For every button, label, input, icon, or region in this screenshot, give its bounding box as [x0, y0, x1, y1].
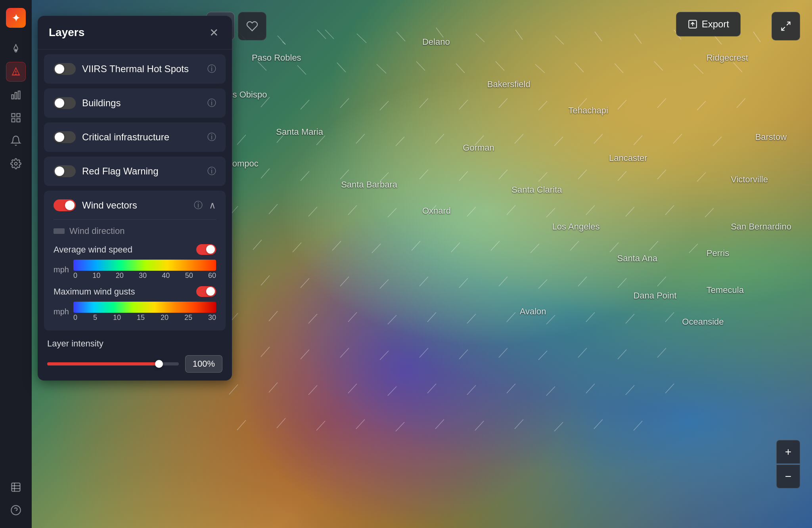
zoom-out-button[interactable]: −	[776, 465, 800, 488]
wind-vectors-section: Wind vectors ⓘ ∧ Wind direction Average …	[44, 191, 226, 331]
avg-wind-color-bar	[73, 260, 216, 271]
max-wind-gusts-section: Maximum wind gusts mph 0 5 10 1	[54, 286, 216, 322]
zoom-in-button[interactable]: +	[776, 440, 800, 464]
layers-panel: Layers ✕ VIIRS Thermal Hot Spots ⓘ Build…	[38, 16, 232, 381]
red-flag-toggle[interactable]	[54, 165, 76, 177]
svg-rect-160	[17, 114, 20, 117]
svg-rect-157	[15, 92, 17, 99]
red-flag-label: Red Flag Warning	[82, 166, 201, 177]
max-gusts-scale-wrapper: mph 0 5 10 15 20 25 30	[54, 302, 216, 322]
max-gusts-label: Maximum wind gusts	[54, 287, 135, 297]
svg-point-163	[15, 163, 17, 165]
wind-vectors-expanded-content: Wind direction Average wind speed mph	[54, 219, 216, 322]
wind-vectors-toggle[interactable]	[54, 199, 76, 211]
viirs-info-icon[interactable]: ⓘ	[207, 63, 216, 75]
svg-line-173	[787, 22, 790, 25]
layer-item-red-flag: Red Flag Warning ⓘ	[44, 157, 226, 186]
panel-title: Layers	[49, 26, 84, 39]
wind-direction-icon	[54, 228, 65, 234]
max-gusts-scale-numbers: 0 5 10 15 20 25 30	[73, 314, 216, 322]
avg-wind-scale-wrapper: mph 0 10 20 30 40 50 60	[54, 260, 216, 280]
export-button[interactable]: Export	[676, 12, 741, 36]
fullscreen-button[interactable]	[772, 12, 800, 40]
wind-vectors-label: Wind vectors	[82, 200, 188, 211]
viirs-toggle[interactable]	[54, 63, 76, 75]
wind-direction-row: Wind direction	[54, 226, 216, 236]
avg-wind-speed-toggle[interactable]	[196, 244, 216, 255]
avg-wind-unit: mph	[54, 265, 69, 274]
svg-rect-159	[12, 114, 15, 117]
intensity-slider[interactable]	[47, 362, 179, 365]
app-logo[interactable]: ✦	[6, 8, 26, 28]
svg-line-174	[782, 27, 785, 30]
layer-intensity-section: Layer intensity 100%	[44, 339, 226, 373]
svg-point-168	[11, 505, 20, 515]
max-gusts-unit: mph	[54, 307, 69, 316]
svg-rect-162	[17, 119, 20, 122]
sidebar-item-notifications[interactable]	[6, 131, 26, 151]
sidebar-item-table[interactable]	[6, 477, 26, 497]
svg-rect-158	[18, 91, 20, 99]
sidebar-item-settings[interactable]	[6, 154, 26, 174]
sidebar-item-analytics[interactable]	[6, 85, 26, 105]
sidebar-item-alert[interactable]	[6, 62, 26, 82]
viirs-label: VIIRS Thermal Hot Spots	[82, 63, 201, 75]
intensity-value: 100%	[185, 355, 222, 373]
wind-vectors-info-icon[interactable]: ⓘ	[194, 199, 203, 211]
sidebar-item-fire[interactable]	[6, 39, 26, 59]
svg-rect-156	[12, 95, 14, 99]
wind-vectors-expand-btn[interactable]: ∧	[209, 200, 216, 211]
avg-wind-scale-numbers: 0 10 20 30 40 50 60	[73, 272, 216, 280]
layer-item-buildings: Buildings ⓘ	[44, 88, 226, 118]
intensity-row: 100%	[47, 355, 222, 373]
zoom-controls: + −	[776, 440, 800, 488]
left-sidebar: ✦	[0, 0, 32, 528]
panel-close-button[interactable]: ✕	[207, 25, 221, 40]
buildings-label: Buildings	[82, 98, 201, 109]
max-gusts-color-bar	[73, 302, 216, 313]
red-flag-info-icon[interactable]: ⓘ	[207, 165, 216, 177]
avg-wind-speed-label: Average wind speed	[54, 245, 132, 255]
panel-header: Layers ✕	[38, 16, 232, 50]
export-label: Export	[702, 19, 729, 30]
sidebar-item-help[interactable]	[6, 500, 26, 520]
avg-wind-speed-section: Average wind speed mph 0 10 20	[54, 244, 216, 280]
buildings-info-icon[interactable]: ⓘ	[207, 97, 216, 109]
max-gusts-toggle[interactable]	[196, 286, 216, 297]
intensity-label: Layer intensity	[47, 339, 222, 349]
layer-item-critical-infra: Critical infrastructure ⓘ	[44, 122, 226, 152]
critical-infra-label: Critical infrastructure	[82, 132, 201, 143]
bookmark-toolbar-btn[interactable]	[238, 12, 266, 40]
wind-direction-label: Wind direction	[69, 226, 124, 236]
svg-rect-164	[12, 483, 20, 492]
layer-item-viirs: VIIRS Thermal Hot Spots ⓘ	[44, 54, 226, 84]
svg-rect-161	[12, 119, 15, 122]
sidebar-item-grid[interactable]	[6, 108, 26, 128]
critical-infra-info-icon[interactable]: ⓘ	[207, 131, 216, 143]
wind-vectors-header: Wind vectors ⓘ ∧	[54, 199, 216, 211]
buildings-toggle[interactable]	[54, 97, 76, 109]
critical-infra-toggle[interactable]	[54, 131, 76, 143]
